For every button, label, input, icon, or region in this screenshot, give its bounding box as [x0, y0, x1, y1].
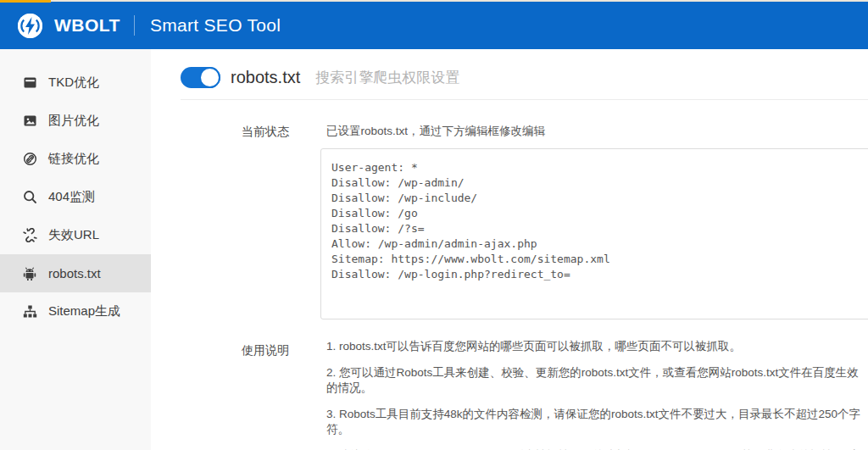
- status-label: 当前状态: [242, 124, 326, 140]
- robots-content-textarea[interactable]: User-agent: * Disallow: /wp-admin/ Disal…: [320, 148, 868, 319]
- editor-row: User-agent: * Disallow: /wp-admin/ Disal…: [320, 148, 868, 323]
- usage-item-1: 1. robots.txt可以告诉百度您网站的哪些页面可以被抓取，哪些页面不可以…: [326, 339, 868, 354]
- sidebar-item-label: 链接优化: [48, 151, 99, 167]
- tkd-card-icon: [22, 75, 37, 91]
- brand-name: WBOLT: [54, 15, 120, 36]
- sitemap-icon: [22, 304, 37, 319]
- sidebar-item-404[interactable]: 404监测: [0, 178, 151, 216]
- usage-label: 使用说明: [242, 339, 326, 450]
- sidebar-item-image[interactable]: 图片优化: [0, 102, 151, 140]
- sidebar-item-label: TKD优化: [48, 75, 99, 91]
- app-title: Smart SEO Tool: [150, 15, 281, 36]
- sidebar-item-label: Sitemap生成: [48, 303, 120, 319]
- module-title: robots.txt: [231, 68, 300, 87]
- sidebar-item-tkd[interactable]: TKD优化: [0, 64, 151, 102]
- sidebar-item-label: 404监测: [48, 189, 95, 205]
- broken-link-icon: [22, 228, 37, 243]
- module-header: robots.txt 搜索引擎爬虫权限设置: [181, 49, 868, 100]
- robot-icon: [22, 266, 37, 281]
- usage-item-2: 2. 您可以通过Robots工具来创建、校验、更新您的robots.txt文件，…: [326, 365, 868, 396]
- app-header: WBOLT Smart SEO Tool: [0, 2, 868, 49]
- loading-accent-bar: [0, 0, 51, 3]
- sidebar-item-robots-txt[interactable]: robots.txt: [0, 254, 151, 292]
- status-row: 当前状态 已设置robots.txt，通过下方编辑框修改编辑: [242, 124, 868, 140]
- sidebar-item-label: robots.txt: [48, 266, 101, 281]
- usage-item-3: 3. Robots工具目前支持48k的文件内容检测，请保证您的robots.tx…: [326, 407, 868, 437]
- sidebar-item-invalid-url[interactable]: 失效URL: [0, 216, 151, 254]
- sidebar-nav: TKD优化 图片优化 链接优化: [0, 49, 151, 450]
- top-edge-line: [0, 0, 868, 2]
- sidebar-item-label: 图片优化: [48, 113, 99, 129]
- sidebar-item-label: 失效URL: [48, 227, 99, 243]
- image-icon: [22, 114, 37, 129]
- sidebar-item-link[interactable]: 链接优化: [0, 140, 151, 178]
- link-icon: [22, 152, 37, 167]
- search-icon: [22, 190, 37, 205]
- usage-list: 1. robots.txt可以告诉百度您网站的哪些页面可以被抓取，哪些页面不可以…: [326, 339, 868, 450]
- header-divider: [134, 15, 135, 36]
- main-panel: robots.txt 搜索引擎爬虫权限设置 当前状态 已设置robots.txt…: [151, 49, 868, 450]
- usage-row: 使用说明 1. robots.txt可以告诉百度您网站的哪些页面可以被抓取，哪些…: [242, 339, 868, 450]
- wbolt-logo-icon: [18, 14, 42, 38]
- sidebar-item-sitemap[interactable]: Sitemap生成: [0, 292, 151, 331]
- status-value: 已设置robots.txt，通过下方编辑框修改编辑: [326, 124, 545, 140]
- robots-enable-toggle[interactable]: [181, 67, 220, 88]
- module-subtitle: 搜索引擎爬虫权限设置: [315, 68, 459, 87]
- toggle-knob: [199, 67, 220, 88]
